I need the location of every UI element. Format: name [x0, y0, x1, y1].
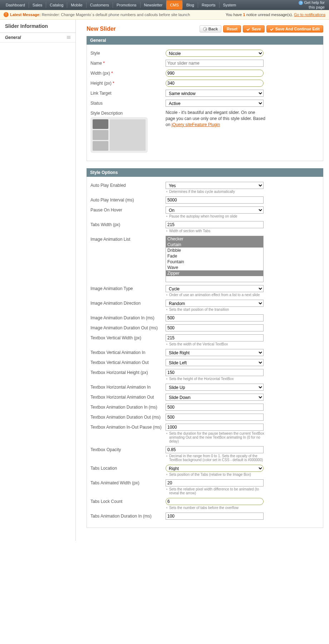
label-tbv_in: Textbox Vertical Animation In — [90, 349, 166, 356]
label-tb_din: Textbox Animation Duration In (ms) — [90, 404, 166, 411]
opt-curtain[interactable]: Curtain — [166, 242, 263, 248]
status-select[interactable]: Active — [166, 100, 264, 107]
sidebar-tab-general[interactable]: General — [0, 33, 75, 43]
label-tabs_lock: Tabs Lock Count — [90, 498, 166, 510]
opt-checker[interactable]: Checker — [166, 236, 263, 242]
anim_dir-input[interactable]: Random — [166, 300, 264, 307]
label-tbh_h: Textbox Horizontal Height (px) — [90, 369, 166, 381]
tbv_w-input[interactable] — [166, 334, 264, 341]
label-pause: Pause On Hover — [90, 206, 166, 218]
notice-label: Latest Message: — [10, 13, 41, 17]
label-width: Width (px) * — [90, 70, 166, 77]
tabs_aw-input[interactable] — [166, 479, 264, 486]
label-interval: Auto Play Interval (ms) — [90, 196, 166, 204]
tbv_out-input[interactable]: Slide Left — [166, 359, 264, 366]
nav-newsletter[interactable]: Newsletter — [141, 0, 166, 10]
tbh_out-input[interactable]: Slide Down — [166, 394, 264, 401]
label-tb_pause: Textbox Animation In-Out Pause (ms) — [90, 424, 166, 443]
label-autoplay: Auto Play Enabled — [90, 182, 166, 194]
name-input[interactable] — [166, 60, 264, 67]
anim_out-input[interactable] — [166, 324, 264, 331]
tb_pause-input[interactable] — [166, 424, 264, 431]
plugin-link[interactable]: jQuery siteFeature Plugin — [172, 122, 220, 127]
nav-reports[interactable]: Reports — [198, 0, 219, 10]
label-anim_type: Image Animation Type — [90, 285, 166, 297]
hint-tabs_aw: Sets the relative pixel width difference… — [166, 487, 266, 495]
style-description: Nicole - it's beautiful and elegant slid… — [166, 110, 266, 128]
tbh_in-input[interactable]: Slide Up — [166, 384, 264, 391]
hint-tb_pause: Sets the duration for the pause between … — [166, 431, 266, 443]
section-header-options: Style Options — [87, 168, 323, 177]
opt-dribble[interactable]: Dribble — [166, 248, 263, 253]
interval-input[interactable] — [166, 196, 264, 204]
label-tabs_aw: Tabs Animated Width (px) — [90, 479, 166, 495]
tb_dout-input[interactable] — [166, 414, 264, 421]
label-name: Name * — [90, 60, 166, 67]
tab-icon — [67, 36, 70, 39]
tb_din-input[interactable] — [166, 404, 264, 411]
back-button[interactable]: Back — [200, 25, 221, 33]
nav-dashboard[interactable]: Dashboard — [2, 0, 29, 10]
save-continue-button[interactable]: Save And Continue Edit — [266, 25, 323, 33]
tb_opac-input[interactable] — [166, 446, 264, 453]
width-input[interactable] — [166, 70, 264, 77]
tabw-input[interactable] — [166, 221, 264, 228]
tabs_lock-input[interactable] — [166, 498, 264, 505]
opt-fountain[interactable]: Fountain — [166, 259, 263, 265]
tbv_in-input[interactable]: Slide Right — [166, 349, 264, 356]
tabs_adin-input[interactable] — [166, 513, 264, 520]
style-preview — [90, 117, 148, 153]
label-anim_list: Image Animation List — [90, 236, 166, 282]
hint-tbv_w: Sets the width of the Vertical TextBox — [166, 342, 266, 346]
nav-blog[interactable]: Blog — [183, 0, 198, 10]
opt-zipper[interactable]: Zipper — [166, 270, 263, 276]
label-tabw: Tabs Width (px) — [90, 221, 166, 233]
help-link[interactable]: ? Get help for this page — [296, 0, 327, 10]
autoplay-input[interactable]: Yes — [166, 182, 264, 189]
hint-tabs_loc: Sets position of the Tabs (relative to t… — [166, 473, 266, 476]
label-tbv_out: Textbox Vertical Animation Out — [90, 359, 166, 366]
notice-bar: ! Latest Message: Reminder: Change Magen… — [0, 10, 329, 20]
opt-fade[interactable]: Fade — [166, 253, 263, 259]
anim_in-input[interactable] — [166, 314, 264, 321]
nav-system[interactable]: System — [220, 0, 240, 10]
opt-wave[interactable]: Wave — [166, 265, 263, 270]
nav-promotions[interactable]: Promotions — [113, 0, 140, 10]
help-icon: ? — [299, 1, 303, 5]
notice-right: You have 1 notice unread message(s). Go … — [226, 13, 325, 17]
anim_type-input[interactable]: Cycle — [166, 285, 264, 292]
notifications-link[interactable]: Go to notifications — [294, 13, 325, 17]
nav-customers[interactable]: Customers — [87, 0, 113, 10]
style-select[interactable]: Nicole — [166, 50, 264, 57]
link-target-select[interactable]: Same window — [166, 90, 264, 97]
hint-pause: Pause the autoplay when hovering on slid… — [166, 214, 266, 218]
general-section: General StyleNicole Name * Width (px) * … — [87, 36, 323, 161]
hint-autoplay: Determines if the tabs cycle automatical… — [166, 190, 266, 194]
label-status: Status — [90, 100, 166, 107]
style-options-section: Style Options Auto Play EnabledYesDeterm… — [87, 168, 323, 528]
nav-sales[interactable]: Sales — [29, 0, 46, 10]
content-header: New Slider Back Reset Save Save And Cont… — [87, 25, 323, 33]
hint-tabs_lock: Sets the number of tabs before the overf… — [166, 506, 266, 510]
section-header-general: General — [87, 36, 323, 45]
anim_list-input[interactable]: CheckerCurtainDribbleFadeFountainWaveZip… — [166, 236, 264, 282]
tabs_loc-input[interactable]: Right — [166, 465, 264, 472]
nav-mobile[interactable]: Mobile — [67, 0, 86, 10]
top-nav: DashboardSalesCatalogMobileCustomersProm… — [0, 0, 329, 10]
nav-catalog[interactable]: Catalog — [46, 0, 67, 10]
label-anim_in: Image Animation Duration In (ms) — [90, 314, 166, 321]
label-tbh_out: Textbox Horizontal Animation Out — [90, 394, 166, 401]
reset-button[interactable]: Reset — [223, 25, 241, 33]
notice-text: Reminder: Change Magento`s default phone… — [42, 13, 190, 17]
save-button[interactable]: Save — [243, 25, 265, 33]
hint-tbh_h: Sets the height of the Horizontal TextBo… — [166, 377, 266, 381]
label-tb_opac: Textbox Opacity — [90, 446, 166, 462]
label-style: Style — [90, 50, 166, 57]
tbh_h-input[interactable] — [166, 369, 264, 376]
label-height: Height (px) * — [90, 80, 166, 87]
height-input[interactable] — [166, 80, 264, 87]
nav-cms[interactable]: CMS — [166, 0, 182, 10]
sidebar-title: Slider Information — [0, 20, 75, 33]
pause-input[interactable]: On — [166, 206, 264, 214]
content: New Slider Back Reset Save Save And Cont… — [76, 20, 329, 541]
